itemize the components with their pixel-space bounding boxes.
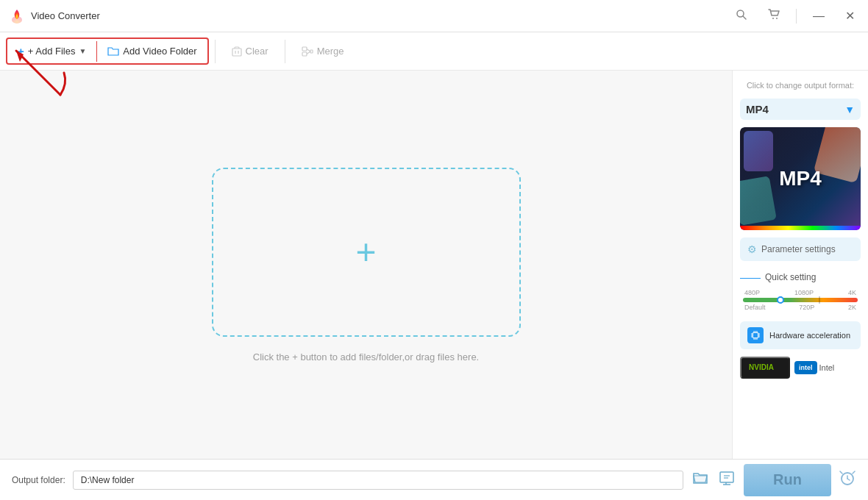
slider-thumb[interactable] — [777, 296, 784, 304]
format-hint-text: Click to change output format: — [740, 78, 861, 91]
plus-icon: + — [18, 45, 24, 57]
title-bar-controls: — ✕ — [731, 7, 859, 25]
label-480p: 480P — [744, 289, 760, 296]
cart-icon — [768, 9, 780, 21]
output-path-input[interactable] — [73, 471, 683, 490]
mp4-preview-label: MP4 — [779, 167, 822, 190]
nvidia-badge-button[interactable]: NVIDIA — [740, 357, 790, 379]
preview-deco-2 — [740, 176, 777, 226]
add-video-folder-button[interactable]: Add Video Folder — [97, 40, 207, 63]
svg-point-3 — [772, 18, 774, 19]
svg-line-10 — [307, 49, 310, 51]
gpu-badges: NVIDIA intel Intel — [740, 357, 861, 379]
label-720p: 720P — [799, 304, 814, 311]
folder-icon — [107, 46, 119, 57]
hw-accel-label: Hardware acceleration — [769, 331, 850, 340]
svg-text:NVIDIA: NVIDIA — [749, 363, 774, 371]
nvidia-logo: NVIDIA — [747, 361, 783, 373]
alarm-button[interactable] — [839, 469, 856, 491]
svg-rect-12 — [310, 50, 313, 53]
bottom-bar: Output folder: Run — [0, 459, 868, 500]
app-title: Video Converter — [31, 10, 100, 21]
intel-chip-badge: intel — [794, 361, 817, 374]
clear-icon — [232, 46, 242, 57]
svg-line-11 — [307, 51, 310, 54]
dropdown-arrow-icon: ▼ — [79, 47, 86, 55]
label-2k: 2K — [848, 304, 856, 311]
svg-line-36 — [847, 479, 850, 480]
app-icon — [9, 8, 25, 24]
cart-button[interactable] — [764, 7, 784, 25]
intel-label: Intel — [819, 363, 835, 372]
browse-folder-button[interactable] — [691, 469, 710, 491]
quick-setting-label: Quick setting — [765, 272, 816, 282]
svg-rect-16 — [753, 333, 758, 338]
title-bar: Video Converter — ✕ — [0, 0, 868, 32]
label-1080p: 1080P — [794, 289, 814, 296]
clear-label: Clear — [246, 46, 268, 57]
slider-labels-bottom: Default 720P 2K — [743, 304, 858, 311]
svg-rect-8 — [302, 47, 307, 51]
quick-setting-icon: —— — [740, 271, 761, 283]
title-bar-left: Video Converter — [9, 8, 100, 24]
title-divider — [796, 9, 797, 24]
svg-rect-30 — [720, 472, 733, 482]
minimize-button[interactable]: — — [808, 8, 829, 24]
hw-chip-icon — [747, 327, 764, 343]
toolbar-separator-2 — [285, 40, 285, 63]
close-button[interactable]: ✕ — [841, 7, 859, 24]
slider-track — [743, 298, 858, 302]
content-area: + Click the + button to add files/folder… — [0, 71, 732, 459]
add-folder-label: Add Video Folder — [123, 46, 196, 57]
search-button[interactable] — [731, 7, 752, 25]
clear-button[interactable]: Clear — [221, 40, 279, 63]
quality-slider[interactable]: 480P 1080P 4K Default 720P 2K — [743, 289, 858, 311]
hardware-acceleration-button[interactable]: Hardware acceleration — [740, 321, 861, 349]
output-icon — [719, 471, 735, 485]
label-default: Default — [744, 304, 766, 311]
output-settings-button[interactable] — [717, 469, 736, 491]
merge-button[interactable]: Merge — [291, 40, 355, 63]
mp4-preview-card: MP4 — [740, 127, 861, 230]
slider-tick-2 — [819, 296, 820, 304]
toolbar-separator-1 — [215, 40, 216, 63]
add-files-button[interactable]: + + Add Files ▼ — [7, 39, 96, 63]
svg-point-4 — [776, 18, 778, 19]
slider-labels-top: 480P 1080P 4K — [743, 289, 858, 296]
drop-zone[interactable]: + — [212, 168, 521, 337]
quick-setting-section: —— Quick setting 480P 1080P 4K Default 7… — [740, 268, 861, 314]
preview-deco-3 — [744, 131, 773, 171]
search-icon — [736, 9, 747, 21]
svg-rect-9 — [302, 52, 307, 56]
mp4-colorbar — [740, 226, 861, 230]
merge-label: Merge — [317, 46, 344, 57]
param-icon: ⚙ — [747, 243, 757, 255]
svg-line-2 — [743, 16, 746, 19]
right-panel: Click to change output format: MP4 ▼ MP4… — [732, 71, 868, 459]
param-label: Parameter settings — [761, 244, 836, 254]
output-folder-label: Output folder: — [12, 475, 65, 485]
intel-badge-wrapper: intel Intel — [794, 361, 834, 374]
merge-icon — [302, 46, 313, 57]
add-files-label: + Add Files — [28, 46, 76, 57]
format-selector[interactable]: MP4 ▼ — [740, 99, 861, 120]
folder-open-icon — [692, 471, 708, 485]
alarm-icon — [839, 469, 856, 487]
format-preview: MP4 — [740, 127, 861, 230]
format-dropdown-icon: ▼ — [844, 104, 855, 115]
quick-setting-header: —— Quick setting — [740, 271, 861, 283]
parameter-settings-button[interactable]: ⚙ Parameter settings — [740, 238, 861, 261]
drop-zone-plus-icon: + — [355, 235, 376, 270]
svg-rect-5 — [232, 49, 241, 56]
toolbar: + + Add Files ▼ Add Video Folder Clear — [0, 32, 868, 71]
format-label: MP4 — [746, 103, 769, 115]
label-4k: 4K — [848, 289, 856, 296]
add-buttons-group: + + Add Files ▼ Add Video Folder — [6, 38, 209, 65]
main-layout: + Click the + button to add files/folder… — [0, 71, 868, 459]
run-button[interactable]: Run — [744, 464, 831, 496]
drop-hint-text: Click the + button to add files/folder,o… — [253, 351, 479, 362]
